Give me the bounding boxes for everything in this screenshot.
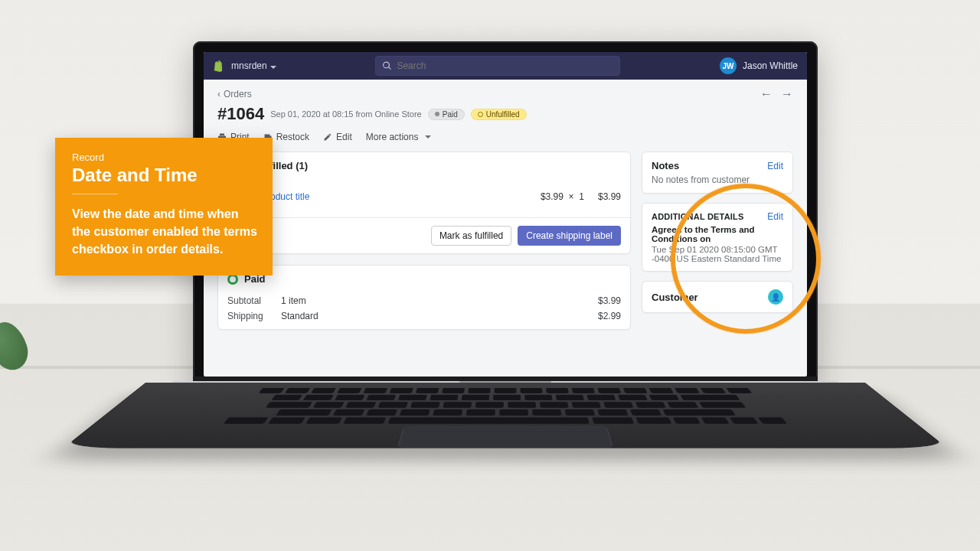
order-actions: Print Restock Edit More actions [217,132,793,142]
user-menu[interactable]: JW Jason Whittle [720,57,798,74]
unfulfilled-badge: Unfulfilled [471,109,527,120]
pencil-icon [323,132,332,142]
subtotal-amount: $3.99 [598,295,621,306]
chevron-down-icon [270,66,276,69]
shopify-logo-icon [213,60,224,72]
customer-title: Customer [652,292,698,303]
chevron-down-icon [425,135,431,139]
order-timestamp: Sep 01, 2020 at 08:15 from Online Store [270,109,422,119]
shipping-label: Shipping [227,311,281,321]
order-id: #1064 [217,104,264,124]
back-to-orders[interactable]: ‹ Orders [217,89,252,99]
shipping-amount: $2.99 [598,311,621,321]
global-search[interactable] [375,56,620,76]
line-total: $3.99 [598,191,621,202]
search-input[interactable] [397,60,613,71]
laptop-keyboard-deck [145,383,865,543]
fulfillment-card: Unfulfilled (1) 1 Product title $3.99 × … [217,152,631,254]
subtotal-desc: 1 item [281,295,598,306]
additional-details-edit-link[interactable]: Edit [767,211,783,222]
create-shipping-label-button[interactable]: Create shipping label [518,226,621,246]
topbar: mnsrden JW Jason Whittle [204,52,807,80]
app-screen: mnsrden JW Jason Whittle ‹ Orders [204,52,807,377]
edit-action[interactable]: Edit [323,132,352,142]
promo-tag: Record [72,152,257,163]
paid-badge: Paid [428,109,465,120]
breadcrumb-row: ‹ Orders ← → [217,87,793,101]
prev-order-arrow[interactable]: ← [760,87,773,100]
paid-status-icon [227,274,238,285]
notes-edit-link[interactable]: Edit [767,161,783,171]
promo-title: Date and Time [72,165,257,186]
mark-as-fulfilled-button[interactable]: Mark as fulfilled [431,226,511,246]
additional-details-key: Agreed to the Terms and Conditions on [652,225,783,243]
notes-card: Notes Edit No notes from customer [642,152,793,194]
customer-card: Customer 👤 [642,281,793,313]
decorative-plant [0,321,38,383]
page-title-row: #1064 Sep 01, 2020 at 08:15 from Online … [217,104,793,124]
user-name: Jason Whittle [743,60,798,71]
promo-body: View the date and time when the customer… [72,205,257,259]
subtotal-label: Subtotal [227,295,281,306]
order-pager: ← → [754,87,793,101]
notes-title: Notes [652,160,679,171]
additional-details-title: ADDITIONAL DETAILS [652,212,744,221]
promo-overlay-card: Record Date and Time View the date and t… [55,138,273,276]
avatar: JW [720,57,737,74]
line-item-row: 1 Product title $3.99 × 1 $3.99 [218,179,630,217]
additional-details-card: ADDITIONAL DETAILS Edit Agreed to the Te… [642,203,793,272]
next-order-arrow[interactable]: → [781,87,793,100]
promo-divider [72,194,118,194]
search-icon [382,60,392,71]
additional-details-value: Tue Sep 01 2020 08:15:00 GMT -0400 US Ea… [652,245,783,263]
laptop-mockup: mnsrden JW Jason Whittle ‹ Orders [193,41,818,398]
trackpad [397,427,613,448]
store-switcher[interactable]: mnsrden [231,60,276,71]
more-actions[interactable]: More actions [366,132,432,142]
shipping-desc: Standard [281,311,598,321]
payment-card: Paid Subtotal 1 item $3.99 Shipping Stan… [217,265,631,330]
breadcrumb-label: Orders [224,89,252,99]
unit-price: $3.99 × 1 [541,191,584,202]
customer-avatar-icon[interactable]: 👤 [768,289,783,305]
chevron-left-icon: ‹ [217,89,220,99]
notes-empty-text: No notes from customer [652,174,783,185]
